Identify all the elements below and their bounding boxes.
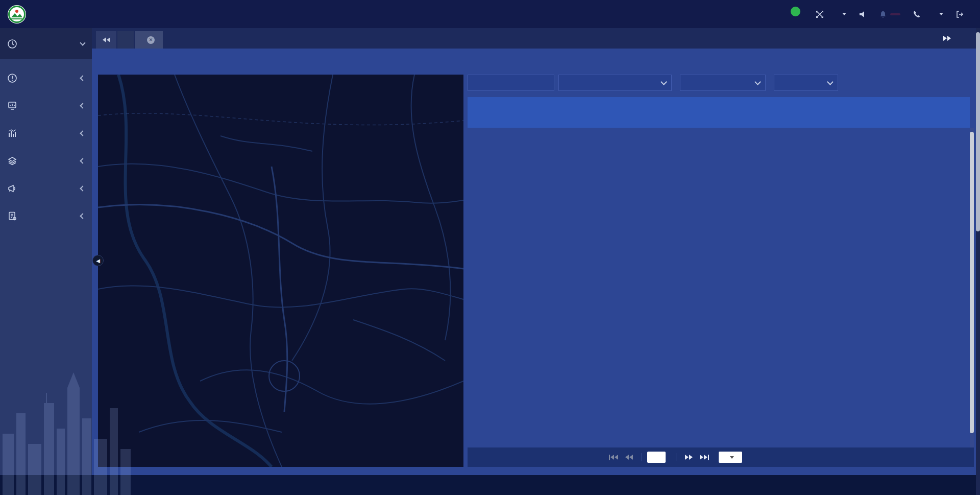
col-header-stop-production[interactable]: [690, 97, 750, 128]
sidebar-item-emergency[interactable]: [0, 175, 92, 202]
pagination-bar: [468, 447, 974, 467]
chevron-down-icon: [660, 79, 667, 85]
chevron-down-icon: [939, 13, 943, 15]
layers-icon: [7, 156, 17, 166]
page-number-input[interactable]: [647, 452, 666, 463]
chevron-down-icon: [80, 40, 85, 45]
col-header-disconnected[interactable]: [936, 109, 970, 128]
bell-icon: [879, 10, 887, 18]
sidebar-item-company-stats[interactable]: [0, 92, 92, 120]
chevron-down-icon: [827, 79, 834, 85]
col-header-index: [468, 97, 495, 128]
logout-button[interactable]: [955, 10, 967, 18]
top-header: [0, 0, 980, 28]
first-page-button[interactable]: [605, 455, 622, 460]
name-search-input[interactable]: [468, 75, 554, 91]
phone-icon: [913, 10, 921, 18]
tabs-scroll-left-button[interactable]: [96, 31, 116, 49]
app-root: ✕ ◀: [0, 0, 980, 495]
close-icon[interactable]: ✕: [147, 36, 155, 44]
tab-realtime-monitor[interactable]: ✕: [135, 31, 163, 49]
last-page-button[interactable]: [696, 455, 713, 460]
temperature-widget: [791, 12, 803, 16]
sidebar-item-company-abnormal[interactable]: [0, 64, 92, 92]
speaker-icon: [859, 10, 867, 18]
help-button[interactable]: [913, 10, 924, 18]
tab-home[interactable]: [117, 31, 134, 49]
log-document-icon: [7, 211, 17, 221]
chevron-left-icon: [80, 130, 85, 136]
sidebar-item-power-analysis[interactable]: [0, 120, 92, 147]
col-group-point-status: [879, 97, 970, 109]
sidebar-item-base-data[interactable]: [0, 147, 92, 175]
status-dropdown[interactable]: [774, 75, 838, 91]
prev-page-button[interactable]: [622, 455, 636, 460]
fullscreen-icon: [816, 10, 824, 18]
data-table-container: [468, 97, 974, 447]
col-header-stopped[interactable]: [908, 109, 936, 128]
app-logo-icon: [7, 5, 27, 24]
chevron-down-icon: [730, 456, 734, 459]
table-scrollbar-thumb[interactable]: [970, 132, 974, 433]
col-header-monitor-points[interactable]: [799, 97, 839, 128]
sidebar-item-data-monitor[interactable]: [0, 28, 92, 59]
col-header-running[interactable]: [879, 109, 908, 128]
col-header-pollution-facility[interactable]: [750, 97, 799, 128]
chevron-left-icon: [80, 213, 85, 219]
chevron-down-icon: [754, 79, 761, 85]
col-header-region[interactable]: [495, 97, 561, 128]
sidebar-collapse-toggle[interactable]: ◀: [92, 255, 104, 266]
map-canvas[interactable]: [98, 75, 463, 467]
megaphone-icon: [7, 183, 17, 194]
chevron-left-icon: [80, 103, 85, 108]
chevron-left-icon: [80, 75, 85, 81]
page-size-select[interactable]: [719, 452, 742, 463]
logout-icon: [955, 10, 964, 18]
notification-widget[interactable]: [879, 10, 900, 18]
sidebar: [0, 28, 92, 475]
bar-chart-icon: [7, 128, 17, 138]
page-scrollbar[interactable]: [976, 28, 980, 495]
page-scrollbar-thumb[interactable]: [976, 32, 980, 231]
table-header: [468, 97, 970, 128]
right-panel: [468, 75, 974, 467]
tabs-scroll-right-button[interactable]: [940, 36, 954, 41]
org-dropdown[interactable]: [936, 13, 943, 15]
footer-strip: [0, 475, 980, 495]
col-header-industry[interactable]: [641, 97, 690, 128]
monitor-clock-icon: [7, 39, 17, 49]
tab-strip: ✕: [92, 28, 980, 49]
next-page-button[interactable]: [681, 455, 696, 460]
region-dropdown[interactable]: [558, 75, 672, 91]
chevron-left-icon: [80, 158, 85, 163]
alert-circle-icon: [7, 73, 17, 83]
fullscreen-button[interactable]: [816, 10, 827, 18]
theme-dropdown[interactable]: [839, 13, 846, 15]
mute-button[interactable]: [859, 10, 867, 18]
companies-table: [468, 97, 970, 128]
temperature-badge: [791, 7, 800, 16]
col-header-company[interactable]: [561, 97, 641, 128]
table-scrollbar[interactable]: [970, 128, 974, 447]
filter-bar: [468, 75, 974, 91]
chevron-left-icon: [80, 185, 85, 191]
industry-dropdown[interactable]: [680, 75, 766, 91]
chevron-down-icon: [842, 13, 846, 15]
map-roads-layer: [98, 75, 463, 467]
sidebar-item-logs[interactable]: [0, 202, 92, 230]
col-header-total-meter[interactable]: [839, 97, 879, 128]
notification-count-badge: [890, 13, 900, 15]
stats-board-icon: [7, 101, 17, 111]
